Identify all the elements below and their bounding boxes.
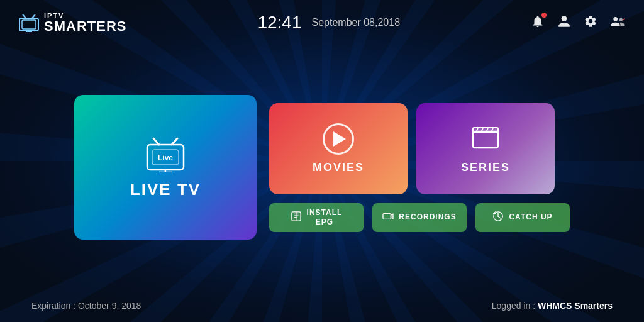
camera-icon [382, 211, 394, 221]
header: IPTV SMARTERS 12:41 September 08,2018 [0, 0, 644, 45]
header-center: 12:41 September 08,2018 [126, 13, 531, 33]
catch-up-button[interactable]: CATCH UP [475, 203, 570, 232]
main-content: Live LIVE TV MOVIES [0, 45, 644, 289]
svg-line-7 [172, 138, 177, 145]
clock-display: 12:41 [257, 13, 301, 33]
gear-icon [584, 14, 597, 28]
page-content: IPTV SMARTERS 12:41 September 08,2018 [0, 0, 644, 322]
settings-button[interactable] [584, 14, 597, 31]
notification-bell-button[interactable] [531, 14, 545, 31]
svg-marker-25 [391, 214, 394, 218]
group-icon [610, 14, 626, 28]
series-card[interactable]: SERIES [416, 103, 555, 194]
live-tv-icon: Live [143, 136, 187, 172]
clapper-svg [470, 123, 501, 149]
recordings-label: RECORDINGS [399, 213, 456, 221]
tv-icon [18, 13, 40, 32]
recordings-button[interactable]: RECORDINGS [372, 203, 467, 232]
logo: IPTV SMARTERS [18, 13, 126, 33]
header-icons [531, 14, 626, 31]
play-circle-icon [323, 123, 354, 155]
expiration-text: Expiration : October 9, 2018 [31, 301, 141, 311]
epg-icon [291, 211, 302, 223]
catch-up-label: CATCH UP [509, 213, 552, 221]
date-display: September 08,2018 [311, 17, 400, 28]
expiration-prefix: Expiration : [31, 301, 78, 311]
tv-svg-icon [18, 13, 40, 32]
expiration-date: October 9, 2018 [78, 301, 141, 311]
users-button[interactable] [610, 14, 626, 31]
logged-in-text: Logged in : WHMCS Smarters [492, 301, 613, 311]
logged-in-prefix: Logged in : [492, 301, 538, 311]
logged-in-user: WHMCS Smarters [538, 301, 613, 311]
live-tv-label: LIVE TV [130, 180, 201, 199]
recordings-icon [382, 211, 394, 223]
profile-button[interactable] [557, 14, 571, 31]
svg-line-6 [153, 138, 159, 145]
notification-dot [541, 13, 547, 18]
install-epg-label: INSTALL EPG [307, 208, 343, 226]
book-icon [291, 211, 302, 221]
svg-text:Live: Live [158, 153, 173, 162]
clapper-icon [470, 123, 501, 155]
right-column: MOVIES [269, 103, 570, 232]
logo-smarters-text: SMARTERS [44, 19, 126, 33]
install-epg-button[interactable]: INSTALL EPG [269, 203, 364, 232]
movies-card[interactable]: MOVIES [269, 103, 408, 194]
bottom-buttons-row: INSTALL EPG RECORDINGS [269, 203, 570, 232]
series-label: SERIES [461, 161, 510, 174]
top-cards-row: MOVIES [269, 103, 570, 194]
live-tv-card[interactable]: Live LIVE TV [74, 95, 257, 240]
tv-live-svg: Live [143, 136, 187, 172]
svg-rect-13 [473, 131, 498, 148]
footer: Expiration : October 9, 2018 Logged in :… [0, 289, 644, 322]
svg-rect-3 [22, 20, 36, 29]
movies-label: MOVIES [313, 161, 364, 174]
play-triangle-icon [333, 131, 346, 147]
svg-line-28 [498, 216, 501, 218]
logo-text: IPTV SMARTERS [44, 13, 126, 33]
person-icon [557, 14, 571, 28]
catchup-icon [492, 211, 504, 224]
svg-rect-24 [383, 214, 391, 219]
clock-icon [492, 211, 504, 222]
